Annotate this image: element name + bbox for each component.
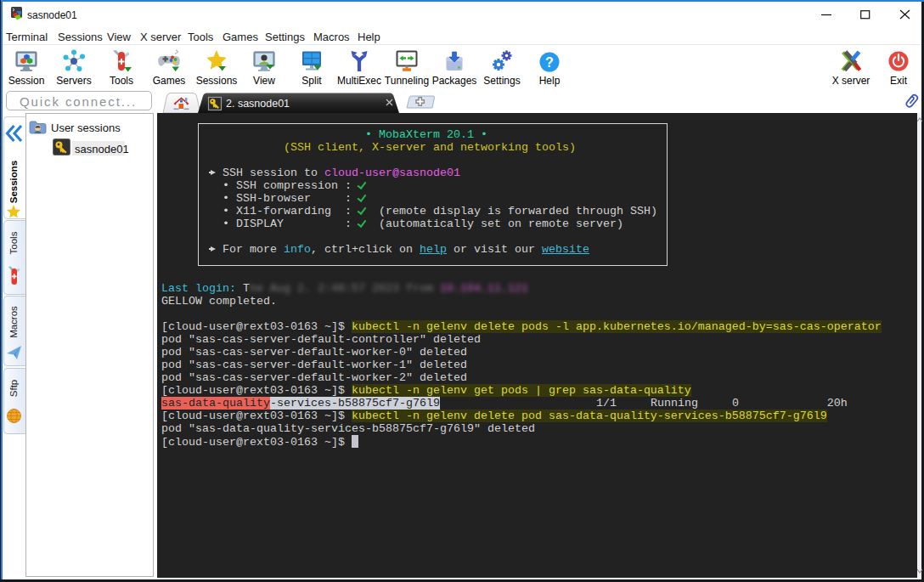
svg-text:?: ? <box>545 55 554 70</box>
svg-text:2. sasnode01: 2. sasnode01 <box>226 98 290 110</box>
